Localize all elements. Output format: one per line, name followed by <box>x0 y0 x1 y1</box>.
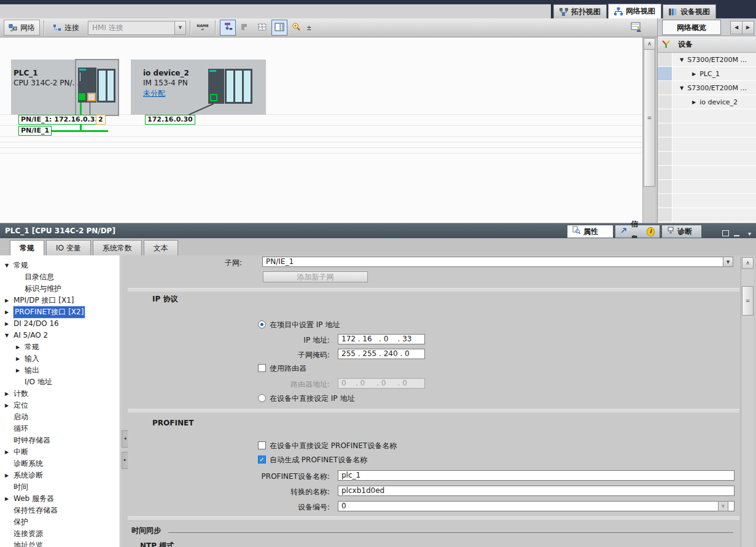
nav-item[interactable]: 目录信息 <box>0 271 120 283</box>
chevron-down-icon[interactable]: ▼ <box>680 57 684 63</box>
nav-item[interactable]: 循环 <box>0 423 120 435</box>
show-relations-button[interactable] <box>220 20 236 36</box>
tab-general[interactable]: 常规 <box>10 240 44 255</box>
zoom-button[interactable] <box>289 20 305 36</box>
chevron-right-icon[interactable]: ▶ <box>16 341 20 353</box>
subnet-name-label[interactable]: PN/IE_1 <box>18 126 52 136</box>
nav-item[interactable]: I/O 地址 <box>0 376 120 388</box>
nav-item[interactable]: ▼AI 5/AO 2 <box>0 330 120 341</box>
add-subnet-button[interactable]: 添加新子网 <box>263 271 368 282</box>
plc-mpi-port[interactable] <box>87 93 96 101</box>
tab-io-tags[interactable]: IO 变量 <box>46 240 91 255</box>
nav-item[interactable]: 时钟存储器 <box>0 435 120 446</box>
plc-profinet-port[interactable] <box>78 93 86 101</box>
overview-device-row[interactable]: ▶PLC_1 <box>658 67 756 81</box>
chevron-down-icon[interactable]: ▼ <box>5 260 9 271</box>
device-number-field[interactable]: 0 <box>338 501 735 511</box>
canvas-vertical-scrollbar[interactable]: ∧ ≡ <box>642 37 655 223</box>
nav-item[interactable]: ▶中断 <box>0 446 120 458</box>
nav-item[interactable]: ▶MPI/DP 接口 [X1] <box>0 295 120 306</box>
chevron-down-icon[interactable]: ▼ <box>174 21 185 34</box>
io-device-assign-link[interactable]: 未分配 <box>143 88 165 99</box>
io-address-label[interactable]: 172.16.0.30 <box>145 115 195 125</box>
chevron-right-icon[interactable]: ▶ <box>16 353 20 365</box>
chevron-right-icon[interactable]: ▶ <box>5 470 9 481</box>
properties-vertical-scrollbar[interactable]: ∧ ≡ <box>741 257 754 547</box>
chevron-right-icon[interactable]: ▶ <box>16 365 20 376</box>
zoom-levels-control[interactable]: ± <box>306 25 311 31</box>
assign-device-name-button[interactable]: NAME↵ <box>195 20 211 36</box>
plc-address-label[interactable]: PN/IE_1: 172.16.0.33 <box>18 115 102 125</box>
network-canvas[interactable]: PLC_1 CPU 314C-2 PN/... io device_2 IM 1… <box>0 37 642 223</box>
view-tab-device[interactable]: 设备视图 <box>663 4 716 18</box>
scrollbar-thumb[interactable]: ≡ <box>644 49 655 187</box>
subnet-mask-field[interactable]: 255 . 255 . 240 . 0 <box>338 349 425 359</box>
tab-properties[interactable]: 属性 <box>567 225 614 238</box>
chevron-right-icon[interactable]: ▶ <box>5 306 9 318</box>
overview-columns-button[interactable] <box>271 20 287 36</box>
overview-device-row[interactable]: ▼S7300/ET200M ... <box>658 81 756 95</box>
scroll-up-icon[interactable]: ∧ <box>644 38 655 50</box>
view-tab-topology[interactable]: 拓扑视图 <box>553 4 607 18</box>
scroll-up-icon[interactable]: ∧ <box>742 257 754 269</box>
nav-item[interactable]: 标识与维护 <box>0 283 120 295</box>
nav-item[interactable]: ▼常规 <box>0 260 120 271</box>
subnet-field[interactable]: PN/IE_1 <box>262 257 724 267</box>
nav-item[interactable]: 时间 <box>0 481 120 493</box>
pagination-button[interactable] <box>254 20 270 36</box>
nav-item[interactable]: ▶输出 <box>0 365 120 376</box>
tab-network-overview[interactable]: 网络概览 <box>662 20 721 35</box>
nav-item[interactable]: 诊断系统 <box>0 458 120 470</box>
tab-texts[interactable]: 文本 <box>144 240 178 255</box>
set-name-in-device-checkbox[interactable] <box>258 441 266 449</box>
network-mode-button[interactable]: 网络 <box>4 20 40 36</box>
chevron-right-icon[interactable]: ▶ <box>5 388 9 400</box>
tab-diagnostics[interactable]: 诊断 <box>661 225 702 238</box>
chevron-down-icon[interactable]: ▼ <box>680 85 684 91</box>
overview-window-button[interactable] <box>629 20 644 36</box>
plc-port-number-label[interactable]: 2 <box>96 115 106 125</box>
chevron-right-icon[interactable]: ▶ <box>692 99 696 105</box>
overview-prev-icon[interactable]: ◀ <box>730 21 742 34</box>
subnet-dropdown-icon[interactable]: ▼ <box>723 257 733 267</box>
view-tab-network[interactable]: 网络视图 <box>608 4 661 18</box>
chevron-right-icon[interactable]: ▶ <box>692 71 696 77</box>
chevron-down-icon[interactable]: ▼ <box>5 330 9 341</box>
converted-name-field[interactable]: plcxb1d0ed <box>338 486 735 496</box>
scrollbar-thumb[interactable]: ≡ <box>742 286 754 316</box>
nav-item[interactable]: 启动 <box>0 411 120 423</box>
overview-next-icon[interactable]: ▶ <box>742 21 754 34</box>
ip-address-field[interactable]: 172 . 16 . 0 . 33 <box>338 334 425 344</box>
nav-item[interactable]: 连接资源 <box>0 528 120 540</box>
overview-device-row[interactable]: ▼S7300/ET200M ... <box>658 53 756 67</box>
nav-item[interactable]: 保护 <box>0 516 120 528</box>
chevron-right-icon[interactable]: ▶ <box>5 446 9 458</box>
nav-item[interactable]: ▶系统诊断 <box>0 470 120 481</box>
nav-item[interactable]: ▶Web 服务器 <box>0 493 120 505</box>
nav-item[interactable]: ▶计数 <box>0 388 120 400</box>
device-number-dropdown-icon[interactable]: ▼ <box>718 501 728 511</box>
chevron-right-icon[interactable]: ▶ <box>5 295 9 306</box>
radio-set-ip-in-project[interactable] <box>258 320 266 328</box>
tab-system-constants[interactable]: 系统常数 <box>93 240 142 255</box>
chevron-right-icon[interactable]: ▶ <box>5 400 9 411</box>
overview-device-row[interactable]: ▶io device_2 <box>658 95 756 109</box>
chevron-right-icon[interactable]: ▶ <box>5 493 9 505</box>
nav-item[interactable]: ▶DI 24/DO 16 <box>0 318 120 330</box>
io-profinet-port[interactable] <box>210 94 217 101</box>
chevron-right-icon[interactable]: ▶ <box>5 318 9 330</box>
tab-info[interactable]: 信息i <box>615 225 660 238</box>
nav-item[interactable]: 地址总览 <box>0 540 120 547</box>
nav-item[interactable]: ▶常规 <box>0 341 120 353</box>
radio-set-ip-in-device[interactable] <box>258 394 266 402</box>
nav-item[interactable]: 保持性存储器 <box>0 505 120 516</box>
nav-item[interactable]: ▶定位 <box>0 400 120 411</box>
page-break-button[interactable] <box>237 20 253 36</box>
auto-generate-name-checkbox[interactable]: ✓ <box>258 456 266 464</box>
connection-type-select[interactable]: HMI 连接 ▼ <box>88 21 186 35</box>
nav-item[interactable]: ▶PROFINET接口 [X2] <box>0 306 120 318</box>
nav-item[interactable]: ▶输入 <box>0 353 120 365</box>
profinet-device-name-field[interactable]: plc_1 <box>338 470 735 481</box>
use-router-checkbox[interactable] <box>258 364 266 372</box>
connections-button[interactable]: 连接 <box>48 20 84 36</box>
